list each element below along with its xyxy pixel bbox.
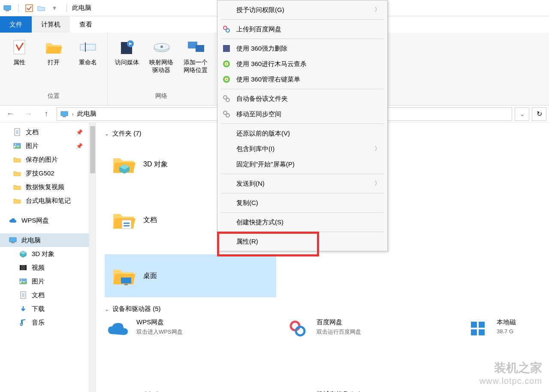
svg-point-58 (226, 63, 227, 65)
menu-item-icon (222, 129, 231, 138)
drive-name: 本地磁 (497, 318, 534, 326)
context-menu-item[interactable]: 复制(C) (217, 195, 387, 211)
folder-icon (112, 264, 136, 288)
svg-point-21 (15, 144, 16, 145)
section-title: 文件夹 (7) (112, 130, 142, 138)
scrollbar-thumb[interactable] (90, 126, 95, 173)
address-dropdown[interactable]: ⌄ (515, 107, 529, 121)
sidebar-item[interactable]: 文档📌 (0, 125, 89, 139)
sidebar-item[interactable]: 数据恢复视频 (0, 180, 89, 194)
context-menu-item[interactable]: 移动至同步空间 (217, 106, 387, 122)
sidebar-item[interactable]: 下载 (0, 302, 89, 316)
svg-rect-46 (479, 329, 485, 335)
menu-item-icon (222, 94, 231, 103)
sidebar-item-label: 台式电脑和笔记 (26, 197, 71, 205)
svg-rect-13 (61, 112, 68, 116)
properties-icon (11, 39, 28, 56)
chevron-down-icon: ⌄ (105, 131, 109, 137)
sidebar-item[interactable]: 视频 (0, 261, 89, 274)
menu-separator (221, 232, 384, 232)
sidebar-item[interactable]: 保存的图片 (0, 153, 89, 166)
ribbon-label: 访问媒体 (115, 58, 139, 66)
context-menu-item[interactable]: 发送到(N)〉 (217, 176, 387, 191)
submenu-arrow-icon: 〉 (374, 145, 380, 153)
sidebar-item[interactable]: 文档 (0, 288, 89, 302)
tab-view[interactable]: 查看 (70, 16, 102, 33)
context-menu-item[interactable]: 使用 360强力删除 (217, 41, 387, 56)
breadcrumb-location[interactable]: 此电脑 (77, 110, 97, 118)
folder-icon (112, 152, 136, 176)
ribbon-access-media[interactable]: 访问媒体 (114, 39, 140, 66)
item-icon (19, 291, 27, 299)
section-title: 设备和驱动器 (5) (112, 305, 161, 313)
sidebar-item[interactable]: 音乐 (0, 316, 89, 329)
ribbon-map-drive[interactable]: 映射网络 驱动器 (148, 39, 175, 74)
svg-rect-43 (471, 322, 477, 328)
context-menu-item[interactable]: 使用 360管理右键菜单 (217, 72, 387, 87)
context-menu-item[interactable]: 上传到百度网盘 (217, 21, 387, 37)
ribbon-label: 属性 (13, 58, 25, 66)
sidebar-item[interactable]: 罗技G502 (0, 166, 89, 180)
pc-icon (60, 111, 68, 117)
menu-item-icon (222, 75, 231, 84)
svg-rect-34 (122, 220, 131, 229)
drive-item[interactable]: 本地磁38.7 G (465, 318, 534, 339)
qat-dropdown[interactable]: ▾ (53, 4, 56, 12)
sidebar-item[interactable]: 3D 对象 (0, 247, 89, 261)
drive-icon (105, 390, 130, 392)
context-menu-item[interactable]: 属性(R) (217, 234, 387, 249)
drive-item[interactable]: 百度网盘双击运行百度网盘 (285, 318, 439, 339)
drive-item[interactable]: WPS网盘双击进入WPS网盘 (105, 318, 259, 339)
menu-item-icon (222, 237, 231, 246)
network-location-icon (187, 39, 204, 56)
ribbon-label: 映射网络 驱动器 (149, 58, 173, 74)
sidebar-item-label: 图片 (26, 142, 39, 150)
map-drive-icon (153, 39, 170, 56)
context-menu-item[interactable]: 创建快捷方式(S) (217, 214, 387, 230)
media-icon (118, 39, 136, 56)
item-icon (19, 250, 27, 258)
nav-back[interactable]: ← (3, 107, 18, 121)
checkbox-icon[interactable] (25, 4, 33, 12)
drive-icon (285, 390, 311, 392)
folder-icon[interactable] (37, 4, 45, 12)
item-icon (13, 128, 21, 136)
ribbon-group-label: 位置 (48, 90, 60, 102)
section-devices-header[interactable]: ⌄ 设备和驱动器 (5) (105, 305, 540, 313)
nav-up[interactable]: ↑ (39, 107, 54, 121)
context-menu-item[interactable]: 自动备份该文件夹 (217, 91, 387, 106)
tab-file[interactable]: 文件 (0, 16, 32, 33)
submenu-arrow-icon: 〉 (374, 6, 380, 14)
tab-computer[interactable]: 计算机 (32, 16, 70, 33)
drive-subtitle: 双击进入WPS网盘 (136, 328, 259, 336)
sidebar-scrollbar[interactable] (89, 123, 96, 392)
sidebar-item[interactable]: 此电脑 (0, 233, 89, 247)
sidebar-item[interactable]: 图片 (0, 274, 89, 288)
ribbon-open[interactable]: 打开 (40, 39, 67, 66)
ribbon-label: 添加一个 网络位置 (184, 58, 208, 74)
drive-item[interactable]: 机械存储盘 (E:)880 GB 可用，共 931 GB (285, 390, 439, 392)
sidebar-item-label: 此电脑 (21, 236, 41, 244)
context-menu-item[interactable]: 使用 360进行木马云查杀 (217, 56, 387, 72)
drive-name: 机械存储盘 (E:) (317, 390, 439, 392)
ribbon-properties[interactable]: 属性 (6, 39, 33, 66)
sidebar-item[interactable]: WPS网盘 (0, 214, 89, 227)
nav-forward[interactable]: → (21, 107, 36, 121)
ribbon-group-network: 访问媒体 映射网络 驱动器 添加一个 网络位置 网络 (108, 33, 215, 105)
sidebar-item-label: 数据恢复视频 (26, 183, 64, 191)
context-menu-item[interactable]: 固定到"开始"屏幕(P) (217, 157, 387, 172)
context-menu-item[interactable]: 还原以前的版本(V) (217, 126, 387, 141)
context-menu-item[interactable]: 授予访问权限(G)〉 (217, 2, 387, 18)
sidebar-item[interactable]: 图片📌 (0, 139, 89, 153)
folder-item[interactable]: 桌面 (105, 254, 276, 297)
window-title: 此电脑 (72, 4, 91, 12)
refresh-button[interactable]: ↻ (532, 107, 546, 121)
sidebar-item[interactable]: 台式电脑和笔记 (0, 194, 89, 208)
drive-item[interactable]: ssd (D:)732 GB 可用，共 851 GB (105, 390, 259, 392)
ribbon-group-location: 属性 打开 重命名 位置 (0, 33, 108, 105)
svg-rect-1 (6, 10, 9, 11)
folder-label: 3D 对象 (143, 160, 168, 169)
ribbon-rename[interactable]: 重命名 (75, 39, 101, 66)
ribbon-add-location[interactable]: 添加一个 网络位置 (182, 39, 209, 74)
context-menu-item[interactable]: 包含到库中(I)〉 (217, 141, 387, 157)
